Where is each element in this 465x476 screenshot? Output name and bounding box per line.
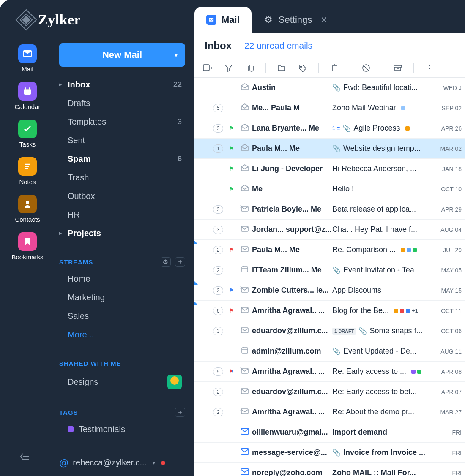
tag-chip-icon [400,309,404,313]
folder-drafts[interactable]: Drafts [59,94,185,112]
folder-icon[interactable] [276,63,287,73]
stream-item[interactable]: More .. [59,325,185,344]
email-row[interactable]: 2eduardov@zillum.c...Re: Early access to… [194,382,465,402]
email-sender: eduardov@zillum.c... [252,387,332,396]
email-sender: Austin [252,83,332,92]
email-row[interactable]: Austin📎Fwd: Beautiful locati...WED J [194,78,465,98]
paperclip-icon: 📎 [332,347,341,355]
email-row[interactable]: admin@zillum.com📎Event Updated - De...AU… [194,341,465,362]
tab-mail[interactable]: ✉Mail [194,7,252,33]
thread-count: 6 [213,307,223,315]
email-row[interactable]: 3⚑Lana Bryante... Me1 ≡📎Agile ProcessAPR… [194,118,465,139]
email-subject: Chat : Hey Pat, I have f... [332,225,435,234]
folder-spam[interactable]: Spam6 [59,150,185,168]
folder-label: Inbox [68,80,90,90]
email-row[interactable]: 5Me... Paula MZoho Mail WebinarSEP 02 [194,98,465,118]
rail-item-notes[interactable]: Notes [11,157,43,185]
email-date: MAR 27 [435,409,465,416]
select-all-checkbox[interactable] [202,63,213,73]
email-sender: olilienwuaru@gmai... [252,428,332,437]
rail-item-tasks[interactable]: Tasks [11,120,43,148]
collapse-sidebar-button[interactable] [19,451,30,464]
attachment-icon[interactable] [244,63,255,73]
email-sender: Li Jung - Developer [252,164,332,173]
folder-projects[interactable]: ▸Projects [59,224,185,242]
more-icon[interactable]: ⋮ [424,63,435,73]
thread-count: 2 [213,246,223,254]
thread-count: 3 [213,205,223,214]
email-row[interactable]: 2Amritha Agrawal.. ...Re: About the demo… [194,402,465,422]
account-email: rebecca@zylker.c... [73,458,147,468]
bookmarks-icon [18,232,37,251]
rail-item-calendar[interactable]: Calendar [11,82,43,110]
rail-item-bookmarks[interactable]: Bookmarks [11,232,43,261]
email-row[interactable]: 2⚑Paula M... MeRe. Comparison ...JUL 29 [194,240,465,260]
email-row[interactable]: message-service@...📎Invoice from Invoice… [194,443,465,463]
delete-icon[interactable] [329,63,340,73]
shared-item[interactable]: Designs [59,371,185,393]
tag-item[interactable]: Testimonials [59,420,185,438]
email-date: APR 29 [435,206,465,213]
flag-icon: ⚑ [229,247,234,253]
tags-add-icon[interactable]: ＋ [175,408,185,417]
stream-item[interactable]: Home [59,269,185,288]
email-date: AUG 11 [435,348,465,355]
filter-icon[interactable] [223,63,234,73]
shared-header: SHARED WITH ME [59,356,185,371]
tag-icon[interactable] [297,63,308,73]
email-row[interactable]: 6⚑Amritha Agrawal.. ...Blog for the Be..… [194,301,465,321]
email-date: SEP 02 [435,105,465,112]
email-row[interactable]: ⚑MeHello !OCT 10 [194,179,465,199]
spam-icon[interactable] [361,63,372,73]
rail-item-contacts[interactable]: Contacts [11,195,43,223]
folder-templates[interactable]: Templates3 [59,112,185,131]
email-date: FRI [435,429,465,436]
email-row[interactable]: olilienwuaru@gmai...Import demandFRI [194,422,465,443]
tag-chip-icon [401,106,405,110]
account-switcher[interactable]: @ rebecca@zylker.c... ▾ [59,449,185,476]
email-row[interactable]: 2ITTeam Zillum... Me📎Event Invitation - … [194,260,465,280]
email-row[interactable]: 3Patricia Boyle... MeBeta release of app… [194,199,465,220]
tab-settings[interactable]: ⚙Settings✕ [252,7,340,33]
email-row[interactable]: 3eduardov@zillum.c...1 DRAFT📎Some snaps … [194,321,465,341]
thread-count: 2 [213,408,223,416]
stream-item[interactable]: Sales [59,307,185,325]
archive-icon[interactable] [392,63,403,73]
folder-trash[interactable]: Trash [59,168,185,187]
svg-rect-15 [242,348,248,353]
rail-item-mail[interactable]: Mail [11,44,43,73]
email-date: JUL 29 [435,247,465,253]
email-row[interactable]: 3Jordan... support@z...Chat : Hey Pat, I… [194,220,465,240]
svg-rect-1 [24,89,31,90]
email-row[interactable]: noreply@zoho.comZoho MAIL :: Mail For...… [194,463,465,476]
flag-icon: ⚑ [229,307,234,314]
thread-indicator: 1 ≡ [332,125,340,131]
svg-rect-18 [241,409,248,414]
email-subject: Blog for the Be...+1 [332,306,435,315]
folder-hr[interactable]: HR [59,205,185,224]
stream-item[interactable]: Marketing [59,288,185,307]
folder-sent[interactable]: Sent [59,131,185,150]
tag-color-icon [68,426,74,432]
new-mail-button[interactable]: New Mail ▾ [59,43,185,67]
close-icon[interactable]: ✕ [320,15,328,25]
email-subject: Beta release of applica... [332,205,435,214]
folder-label: Projects [68,228,101,238]
streams-add-icon[interactable]: ＋ [175,257,185,267]
streams-settings-icon[interactable]: ⚙ [161,257,171,267]
envelope-closed-icon [241,448,249,457]
folder-inbox[interactable]: ▸Inbox22 [59,75,185,94]
folder-outbox[interactable]: Outbox [59,187,185,205]
email-row[interactable]: 5⚑Amritha Agrawal.. ...Re: Early access … [194,362,465,382]
unread-count-link[interactable]: 22 unread emails [244,41,312,51]
email-subject: Zoho Mail Webinar [332,103,435,112]
email-row[interactable]: ⚑Li Jung - DeveloperHi Rebecca Anderson,… [194,159,465,179]
email-row[interactable]: 2⚑Zombie Cutters... le...App DiscountsMA… [194,280,465,301]
chevron-down-icon: ▾ [153,460,155,466]
priority-triangle-icon [194,240,198,244]
contacts-icon [18,195,37,213]
folder-label: Templates [68,117,106,127]
folder-label: HR [68,210,80,220]
rail-label: Contacts [15,216,40,223]
email-row[interactable]: 1⚑Paula M... Me📎Website design temp...MA… [194,139,465,159]
